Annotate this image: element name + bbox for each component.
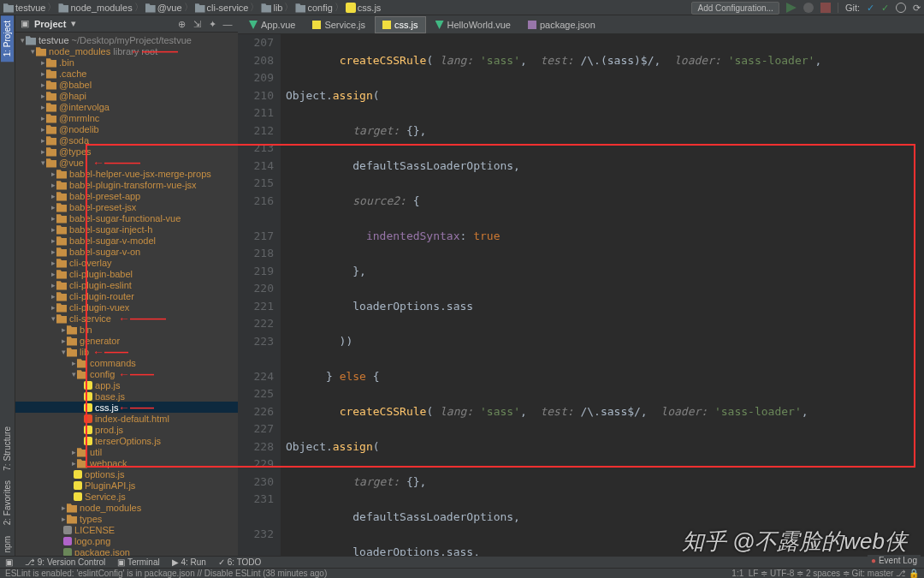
status-encoding[interactable]: UTF-8 bbox=[770, 569, 794, 578]
stop-icon[interactable] bbox=[820, 3, 831, 13]
bottom-todo[interactable]: ✓ 6: TODO bbox=[218, 557, 261, 567]
add-configuration-button[interactable]: Add Configuration... bbox=[691, 2, 779, 15]
tab-favorites[interactable]: 2: Favorites bbox=[1, 475, 14, 530]
left-toolbar: 1: Project 7: Structure 2: Favorites npm bbox=[0, 15, 15, 557]
expand-all-icon[interactable]: ⇲ bbox=[192, 19, 202, 29]
code-content[interactable]: createCSSRule( lang: 'sass', test: /\.(s… bbox=[281, 34, 924, 557]
crumb-file[interactable]: css.js bbox=[346, 3, 382, 13]
crumb-1[interactable]: node_modules bbox=[58, 3, 132, 13]
crumb-4[interactable]: lib bbox=[261, 3, 282, 13]
project-minimize-icon[interactable]: ▣ bbox=[21, 18, 29, 29]
git-update-icon[interactable]: ✓ bbox=[867, 3, 874, 14]
debug-icon[interactable] bbox=[803, 3, 814, 13]
breadcrumb-sep: 〉 bbox=[47, 1, 56, 14]
editor-area: App.vue Service.js css.js HelloWorld.vue… bbox=[238, 15, 924, 557]
status-git-branch[interactable]: Git: master bbox=[852, 569, 894, 578]
crumb-2[interactable]: @vue bbox=[145, 3, 182, 13]
bottom-vc[interactable]: ⎇ 9: Version Control bbox=[25, 557, 105, 567]
status-bar: ESLint is enabled: 'eslintConfig' is in … bbox=[0, 568, 924, 578]
tab-service-js[interactable]: Service.js bbox=[305, 16, 373, 33]
bottom-terminal[interactable]: ▣ Terminal bbox=[117, 557, 159, 567]
status-eslint-msg[interactable]: ESLint is enabled: 'eslintConfig' is in … bbox=[5, 569, 327, 578]
crumb-root[interactable]: testvue bbox=[3, 3, 45, 13]
sync-icon[interactable]: ⟳ bbox=[913, 3, 921, 14]
status-indent[interactable]: 2 spaces bbox=[806, 569, 840, 578]
tab-helloworld-vue[interactable]: HelloWorld.vue bbox=[428, 16, 518, 33]
breadcrumb-bar: testvue 〉 node_modules 〉 @vue 〉 cli-serv… bbox=[0, 0, 924, 15]
code-editor[interactable]: 2072082092102112122132142152162172182192… bbox=[238, 34, 924, 557]
tab-package-json[interactable]: package.json bbox=[520, 16, 603, 33]
watermark: 知乎 @不露脸的web侠 bbox=[682, 527, 907, 557]
project-dropdown-icon[interactable]: ▾ bbox=[71, 18, 76, 29]
git-commit-icon[interactable]: ✓ bbox=[881, 3, 889, 14]
git-label: Git: bbox=[845, 3, 860, 13]
tab-npm[interactable]: npm bbox=[1, 531, 14, 557]
tab-css-js[interactable]: css.js bbox=[375, 16, 426, 33]
select-opened-file-icon[interactable]: ⊕ bbox=[176, 19, 187, 29]
tab-project[interactable]: 1: Project bbox=[1, 15, 14, 62]
collapse-all-icon[interactable]: ✦ bbox=[207, 19, 217, 29]
bottom-run[interactable]: ▶ 4: Run bbox=[172, 557, 206, 567]
tab-app-vue[interactable]: App.vue bbox=[241, 16, 303, 33]
project-panel: ▣ Project ▾ ⊕ ⇲ ✦ — ▾ testvue ~/Desktop/… bbox=[15, 15, 238, 557]
tab-structure[interactable]: 7: Structure bbox=[1, 421, 14, 476]
bottom-toolbar: ▣ ⎇ 9: Version Control ▣ Terminal ▶ 4: R… bbox=[0, 556, 924, 568]
line-gutter: 2072082092102112122132142152162172182192… bbox=[238, 34, 281, 557]
tree-selected-css-js: css.js←—— bbox=[15, 402, 238, 413]
status-cursor-pos[interactable]: 1:1 bbox=[732, 569, 743, 578]
search-icon[interactable] bbox=[896, 3, 906, 13]
editor-tabs: App.vue Service.js css.js HelloWorld.vue… bbox=[238, 15, 924, 34]
project-title[interactable]: Project bbox=[34, 19, 66, 29]
hide-icon[interactable]: — bbox=[222, 19, 233, 29]
crumb-5[interactable]: config bbox=[295, 3, 332, 13]
toggle-tools-icon[interactable]: ▣ bbox=[5, 557, 13, 567]
crumb-3[interactable]: cli-service bbox=[195, 3, 249, 13]
project-tree[interactable]: ▾ testvue ~/Desktop/myProject/testvue ▾ … bbox=[15, 33, 238, 557]
status-lock-icon[interactable]: 🔒 bbox=[909, 569, 919, 578]
status-line-ending[interactable]: LF bbox=[749, 569, 759, 578]
run-icon[interactable] bbox=[786, 3, 797, 13]
